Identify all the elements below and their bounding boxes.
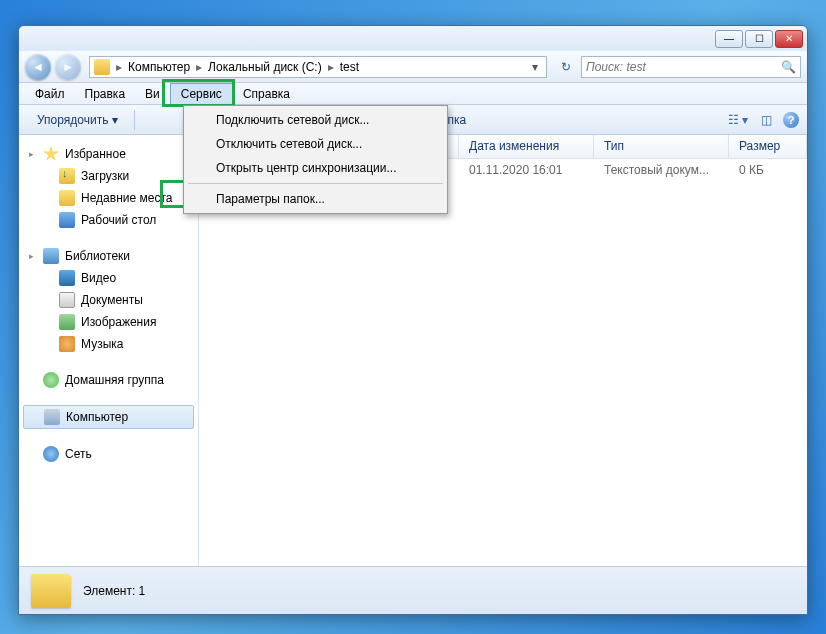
desktop-icon [59, 212, 75, 228]
sidebar-pictures[interactable]: Изображения [19, 311, 198, 333]
file-list[interactable]: 01.11.2020 16:01 Текстовый докум... 0 КБ [199, 159, 807, 566]
file-size: 0 КБ [729, 161, 807, 181]
breadcrumb-dropdown[interactable]: ▾ [528, 60, 542, 74]
sidebar-favorites[interactable]: ▸Избранное [19, 143, 198, 165]
breadcrumb-item[interactable]: Компьютер [124, 60, 194, 74]
nav-bar: ◄ ► ▸ Компьютер ▸ Локальный диск (C:) ▸ … [19, 51, 807, 83]
chevron-right-icon: ▸ [116, 60, 122, 74]
chevron-right-icon: ▸ [196, 60, 202, 74]
collapse-icon: ▸ [29, 251, 34, 261]
sidebar-desktop[interactable]: Рабочий стол [19, 209, 198, 231]
sidebar-libraries[interactable]: ▸Библиотеки [19, 245, 198, 267]
breadcrumb-item[interactable]: Локальный диск (C:) [204, 60, 326, 74]
menu-edit[interactable]: Правка [75, 83, 136, 104]
library-icon [43, 248, 59, 264]
status-bar: Элемент: 1 [19, 566, 807, 614]
column-type[interactable]: Тип [594, 135, 729, 158]
search-icon[interactable]: 🔍 [781, 60, 796, 74]
explorer-window: — ☐ ✕ ◄ ► ▸ Компьютер ▸ Локальный диск (… [18, 25, 808, 615]
file-type: Текстовый докум... [594, 161, 729, 181]
folder-icon [31, 574, 71, 608]
view-options-button[interactable]: ☷ ▾ [727, 109, 749, 131]
breadcrumb-item[interactable]: test [336, 60, 363, 74]
menu-disconnect-drive[interactable]: Отключить сетевой диск... [186, 132, 445, 156]
network-icon [43, 446, 59, 462]
file-date: 01.11.2020 16:01 [459, 161, 594, 181]
sidebar-homegroup[interactable]: Домашняя группа [19, 369, 198, 391]
sidebar-computer[interactable]: Компьютер [23, 405, 194, 429]
sidebar-recent[interactable]: Недавние места [19, 187, 198, 209]
sidebar-videos[interactable]: Видео [19, 267, 198, 289]
folder-icon [94, 59, 110, 75]
column-size[interactable]: Размер [729, 135, 807, 158]
sidebar-network[interactable]: Сеть [19, 443, 198, 465]
close-button[interactable]: ✕ [775, 30, 803, 48]
star-icon [43, 146, 59, 162]
titlebar: — ☐ ✕ [19, 26, 807, 51]
downloads-icon [59, 168, 75, 184]
video-icon [59, 270, 75, 286]
search-box[interactable]: 🔍 [581, 56, 801, 78]
chevron-down-icon: ▾ [112, 113, 118, 127]
sidebar-downloads[interactable]: Загрузки [19, 165, 198, 187]
tools-dropdown: Подключить сетевой диск... Отключить сет… [183, 105, 448, 214]
collapse-icon: ▸ [29, 149, 34, 159]
sidebar-documents[interactable]: Документы [19, 289, 198, 311]
menu-folder-options[interactable]: Параметры папок... [186, 187, 445, 211]
forward-button[interactable]: ► [55, 54, 81, 80]
menu-map-drive[interactable]: Подключить сетевой диск... [186, 108, 445, 132]
music-icon [59, 336, 75, 352]
refresh-button[interactable]: ↻ [555, 56, 577, 78]
document-icon [59, 292, 75, 308]
image-icon [59, 314, 75, 330]
menu-file[interactable]: Файл [25, 83, 75, 104]
help-icon[interactable]: ? [783, 112, 799, 128]
column-date[interactable]: Дата изменения [459, 135, 594, 158]
preview-pane-button[interactable]: ◫ [755, 109, 777, 131]
search-input[interactable] [586, 60, 777, 74]
computer-icon [44, 409, 60, 425]
menu-view[interactable]: Ви [135, 83, 170, 104]
menu-tools[interactable]: Сервис [170, 83, 233, 104]
address-bar[interactable]: ▸ Компьютер ▸ Локальный диск (C:) ▸ test… [89, 56, 547, 78]
chevron-right-icon: ▸ [328, 60, 334, 74]
organize-button[interactable]: Упорядочить ▾ [27, 111, 128, 129]
back-button[interactable]: ◄ [25, 54, 51, 80]
maximize-button[interactable]: ☐ [745, 30, 773, 48]
status-text: Элемент: 1 [83, 584, 145, 598]
homegroup-icon [43, 372, 59, 388]
menu-help[interactable]: Справка [233, 83, 300, 104]
minimize-button[interactable]: — [715, 30, 743, 48]
separator [134, 110, 135, 130]
navigation-pane: ▸Избранное Загрузки Недавние места Рабоч… [19, 135, 199, 566]
sidebar-music[interactable]: Музыка [19, 333, 198, 355]
recent-icon [59, 190, 75, 206]
menu-sync-center[interactable]: Открыть центр синхронизации... [186, 156, 445, 180]
menu-separator [188, 183, 443, 184]
menu-bar: Файл Правка Ви Сервис Справка [19, 83, 807, 105]
